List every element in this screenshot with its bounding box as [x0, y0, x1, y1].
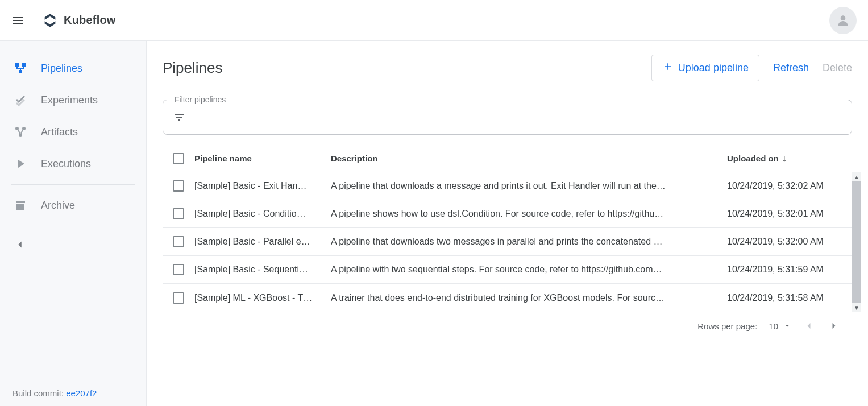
table-body: [Sample] Basic - Exit Han…A pipeline tha… [163, 172, 852, 312]
collapse-sidebar-button[interactable] [0, 231, 146, 258]
action-bar: Upload pipeline Refresh Delete [651, 55, 852, 81]
pipeline-name-cell: [Sample] Basic - Sequenti… [194, 264, 331, 275]
sidebar-divider [11, 184, 135, 185]
sidebar-item-artifacts[interactable]: Artifacts [0, 116, 146, 148]
refresh-button[interactable]: Refresh [773, 62, 809, 74]
row-checkbox[interactable] [173, 292, 184, 304]
pipeline-uploaded-cell: 10/24/2019, 5:31:58 AM [727, 293, 852, 303]
filter-label: Filter pipelines [171, 95, 229, 104]
pipeline-uploaded-cell: 10/24/2019, 5:31:59 AM [727, 264, 852, 275]
executions-icon [14, 157, 27, 171]
pipeline-name-cell: [Sample] Basic - Exit Han… [194, 181, 331, 191]
row-checkbox[interactable] [173, 236, 184, 247]
delete-button: Delete [823, 62, 852, 74]
pipeline-description-cell: A pipeline shows how to use dsl.Conditio… [331, 209, 727, 219]
pipeline-description-cell: A trainer that does end-to-end distribut… [331, 293, 727, 303]
sidebar-item-executions[interactable]: Executions [0, 148, 146, 180]
dropdown-icon [784, 321, 791, 331]
sidebar-nav: Pipelines Experiments Artifacts Executio… [0, 41, 146, 258]
rows-per-page-label: Rows per page: [697, 321, 757, 331]
table-header: Pipeline name Description Uploaded on↓ [163, 145, 852, 172]
col-header-name[interactable]: Pipeline name [194, 154, 331, 163]
page-title: Pipelines [163, 59, 223, 77]
build-commit: Build commit: ee207f2 [0, 380, 146, 406]
scrollbar-thumb[interactable] [852, 181, 861, 303]
pipeline-uploaded-cell: 10/24/2019, 5:32:00 AM [727, 237, 852, 247]
plus-icon [662, 61, 674, 75]
pipeline-uploaded-cell: 10/24/2019, 5:32:02 AM [727, 181, 852, 191]
artifacts-icon [14, 125, 27, 139]
hamburger-menu-icon[interactable] [11, 14, 25, 27]
svg-point-0 [841, 15, 846, 20]
brand: Kubeflow [42, 13, 116, 28]
rows-per-page-select[interactable]: 10 [769, 321, 791, 331]
sidebar-divider [11, 226, 135, 226]
pipeline-description-cell: A pipeline that downloads two messages i… [331, 237, 727, 247]
pipeline-name-cell: [Sample] ML - XGBoost - T… [194, 293, 331, 303]
pipeline-name-cell: [Sample] Basic - Conditio… [194, 209, 331, 219]
experiments-icon [14, 93, 27, 107]
sidebar-item-archive[interactable]: Archive [0, 189, 146, 221]
svg-rect-3 [19, 70, 22, 73]
kubeflow-logo-icon [42, 13, 58, 28]
sidebar-item-label: Pipelines [41, 63, 82, 74]
pipeline-description-cell: A pipeline with two sequential steps. Fo… [331, 264, 727, 275]
filter-icon [172, 110, 186, 124]
build-commit-link[interactable]: ee207f2 [66, 388, 97, 398]
brand-name: Kubeflow [64, 14, 116, 27]
sidebar-item-label: Archive [41, 200, 75, 212]
upload-pipeline-button[interactable]: Upload pipeline [651, 55, 759, 81]
filter-input[interactable] [193, 112, 842, 122]
archive-icon [14, 198, 27, 212]
sidebar-item-pipelines[interactable]: Pipelines [0, 52, 146, 84]
user-avatar-icon[interactable] [829, 7, 857, 34]
row-checkbox[interactable] [173, 180, 184, 192]
sort-desc-icon: ↓ [782, 154, 787, 163]
main-content: Pipelines Upload pipeline Refresh Delete… [147, 41, 868, 406]
table-row[interactable]: [Sample] Basic - Parallel e…A pipeline t… [163, 228, 852, 256]
table-row[interactable]: [Sample] Basic - Sequenti…A pipeline wit… [163, 256, 852, 284]
pipelines-table: Pipeline name Description Uploaded on↓ [… [163, 145, 852, 312]
col-header-uploaded[interactable]: Uploaded on↓ [727, 154, 852, 164]
row-checkbox[interactable] [173, 208, 184, 219]
sidebar: Pipelines Experiments Artifacts Executio… [0, 41, 147, 406]
sidebar-item-label: Executions [41, 158, 91, 170]
svg-point-6 [19, 134, 22, 137]
table-row[interactable]: [Sample] Basic - Exit Han…A pipeline tha… [163, 172, 852, 200]
app-header: Kubeflow [0, 0, 868, 41]
pipeline-uploaded-cell: 10/24/2019, 5:32:01 AM [727, 209, 852, 219]
svg-rect-1 [15, 63, 19, 67]
row-checkbox[interactable] [173, 264, 184, 275]
scrollbar[interactable]: ▲ ▼ [852, 172, 861, 312]
prev-page-button[interactable] [802, 319, 816, 333]
scroll-up-icon[interactable]: ▲ [852, 172, 861, 181]
next-page-button[interactable] [827, 319, 841, 333]
sidebar-item-label: Artifacts [41, 126, 78, 138]
pagination: Rows per page: 10 [163, 312, 852, 339]
filter-input-container[interactable]: Filter pipelines [163, 100, 852, 135]
sidebar-item-experiments[interactable]: Experiments [0, 84, 146, 116]
pipeline-name-cell: [Sample] Basic - Parallel e… [194, 237, 331, 247]
svg-rect-2 [22, 63, 26, 67]
pipeline-description-cell: A pipeline that downloads a message and … [331, 181, 727, 191]
scroll-down-icon[interactable]: ▼ [852, 303, 861, 312]
table-row[interactable]: [Sample] Basic - Conditio…A pipeline sho… [163, 200, 852, 228]
table-row[interactable]: [Sample] ML - XGBoost - T…A trainer that… [163, 284, 852, 312]
sidebar-item-label: Experiments [41, 94, 98, 106]
col-header-description[interactable]: Description [331, 154, 727, 163]
select-all-checkbox[interactable] [173, 153, 184, 164]
title-row: Pipelines Upload pipeline Refresh Delete [163, 55, 852, 81]
pipelines-icon [14, 61, 27, 75]
